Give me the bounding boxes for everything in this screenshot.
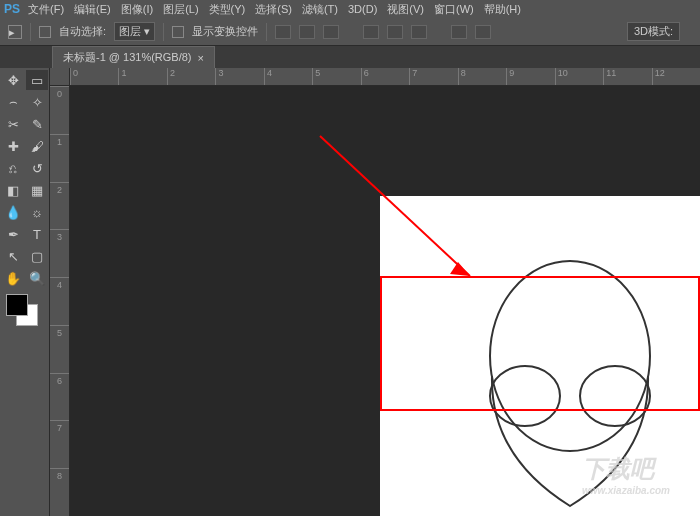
heal-tool-icon[interactable]: ✚ [2,136,24,156]
menu-bar: PS 文件(F) 编辑(E) 图像(I) 图层(L) 类型(Y) 选择(S) 滤… [0,0,700,18]
auto-select-checkbox[interactable] [39,26,51,38]
distribute-v-icon[interactable] [475,25,491,39]
canvas-area: 0123456789101112 012345678 [50,68,700,516]
ruler-horizontal[interactable]: 0123456789101112 [70,68,700,86]
menu-layer[interactable]: 图层(L) [163,2,198,17]
menu-3d[interactable]: 3D(D) [348,3,377,15]
pen-tool-icon[interactable]: ✒ [2,224,24,244]
separator [30,23,31,41]
zoom-tool-icon[interactable]: 🔍 [26,268,48,288]
align-top-icon[interactable] [275,25,291,39]
separator [163,23,164,41]
foreground-color-swatch[interactable] [6,294,28,316]
menu-type[interactable]: 类型(Y) [209,2,246,17]
close-icon[interactable]: × [198,52,204,64]
crop-tool-icon[interactable]: ✂ [2,114,24,134]
svg-marker-4 [450,262,470,276]
app-logo: PS [4,2,20,16]
menu-select[interactable]: 选择(S) [255,2,292,17]
show-transform-label: 显示变换控件 [192,24,258,39]
separator [266,23,267,41]
menu-filter[interactable]: 滤镜(T) [302,2,338,17]
mode3d-dropdown[interactable]: 3D模式: [627,22,680,41]
ruler-corner [50,68,70,86]
hand-tool-icon[interactable]: ✋ [2,268,24,288]
eraser-tool-icon[interactable]: ◧ [2,180,24,200]
path-tool-icon[interactable]: ↖ [2,246,24,266]
menu-image[interactable]: 图像(I) [121,2,153,17]
options-bar: ▸ 自动选择: 图层 ▾ 显示变换控件 [0,18,700,46]
document-tab[interactable]: 未标题-1 @ 131%(RGB/8) × [52,46,215,68]
color-swatches[interactable] [2,294,46,334]
move-tool-icon[interactable]: ✥ [2,70,24,90]
stamp-tool-icon[interactable]: ⎌ [2,158,24,178]
lasso-tool-icon[interactable]: ⌢ [2,92,24,112]
move-tool-icon: ▸ [8,25,22,39]
show-transform-checkbox[interactable] [172,26,184,38]
dodge-tool-icon[interactable]: ☼ [26,202,48,222]
document-tab-title: 未标题-1 @ 131%(RGB/8) [63,50,192,65]
wand-tool-icon[interactable]: ✧ [26,92,48,112]
workspace: ✥ ▭ ⌢ ✧ ✂ ✎ ✚ 🖌 ⎌ ↺ ◧ ▦ 💧 ☼ ✒ T ↖ ▢ ✋ 🔍 [0,68,700,516]
annotation-arrow [310,126,490,296]
menu-file[interactable]: 文件(F) [28,2,64,17]
menu-edit[interactable]: 编辑(E) [74,2,111,17]
shape-tool-icon[interactable]: ▢ [26,246,48,266]
brush-tool-icon[interactable]: 🖌 [26,136,48,156]
eyedropper-tool-icon[interactable]: ✎ [26,114,48,134]
align-left-icon[interactable] [363,25,379,39]
blur-tool-icon[interactable]: 💧 [2,202,24,222]
menu-view[interactable]: 视图(V) [387,2,424,17]
annotation-rectangle [380,276,700,411]
marquee-tool-icon[interactable]: ▭ [26,70,48,90]
history-brush-icon[interactable]: ↺ [26,158,48,178]
type-tool-icon[interactable]: T [26,224,48,244]
document-tab-bar: 未标题-1 @ 131%(RGB/8) × [0,46,700,68]
gradient-tool-icon[interactable]: ▦ [26,180,48,200]
distribute-h-icon[interactable] [451,25,467,39]
align-vcenter-icon[interactable] [299,25,315,39]
toolbox: ✥ ▭ ⌢ ✧ ✂ ✎ ✚ 🖌 ⎌ ↺ ◧ ▦ 💧 ☼ ✒ T ↖ ▢ ✋ 🔍 [0,68,50,516]
menu-help[interactable]: 帮助(H) [484,2,521,17]
align-bottom-icon[interactable] [323,25,339,39]
align-right-icon[interactable] [411,25,427,39]
align-hcenter-icon[interactable] [387,25,403,39]
svg-line-3 [320,136,470,276]
menu-window[interactable]: 窗口(W) [434,2,474,17]
auto-select-label: 自动选择: [59,24,106,39]
ruler-vertical[interactable]: 012345678 [50,86,70,516]
watermark: 下载吧 www.xiazaiba.com [582,453,670,496]
canvas-viewport[interactable] [70,86,700,516]
auto-select-dropdown[interactable]: 图层 ▾ [114,22,155,41]
